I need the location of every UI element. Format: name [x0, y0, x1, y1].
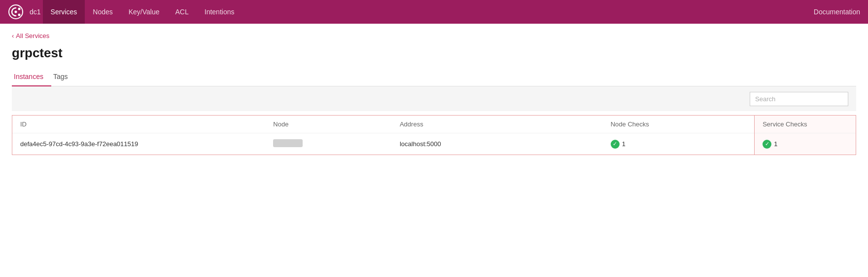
cell-node	[265, 133, 392, 155]
col-header-node: Node	[265, 116, 392, 133]
col-header-service-checks: Service Checks	[755, 116, 856, 133]
col-header-node-checks: Node Checks	[603, 116, 755, 133]
instances-table: ID Node Address Node Checks Service Chec…	[12, 115, 856, 155]
cell-node-checks: ✓ 1	[603, 133, 755, 155]
toolbar	[12, 86, 856, 111]
documentation-link[interactable]: Documentation	[814, 8, 860, 16]
table-row[interactable]: defa4ec5-97cd-4c93-9a3e-f72eea011519 loc…	[12, 133, 856, 155]
search-input[interactable]	[750, 92, 848, 106]
service-check-pass-icon: ✓	[763, 140, 771, 149]
consul-logo-icon	[8, 4, 24, 20]
datacenter-label[interactable]: dc1	[30, 8, 41, 16]
node-check-pass-icon: ✓	[611, 140, 620, 149]
table-header-row: ID Node Address Node Checks Service Chec…	[12, 116, 856, 133]
nav-item-acl[interactable]: ACL	[168, 0, 197, 24]
cell-address: localhost:5000	[392, 133, 603, 155]
svg-point-3	[15, 11, 17, 13]
tab-instances[interactable]: Instances	[12, 69, 51, 86]
cell-service-checks: ✓ 1	[755, 133, 856, 155]
page-title: grpctest	[12, 45, 856, 61]
back-link-label: All Services	[16, 32, 49, 40]
svg-point-2	[18, 14, 21, 16]
main-content: ‹ All Services grpctest Instances Tags I…	[0, 24, 868, 163]
nav-item-services[interactable]: Services	[43, 0, 85, 24]
service-checks-count: 1	[774, 140, 777, 148]
back-arrow-icon: ‹	[12, 32, 14, 40]
cell-id: defa4ec5-97cd-4c93-9a3e-f72eea011519	[12, 133, 265, 155]
nav-item-key-value[interactable]: Key/Value	[121, 0, 168, 24]
col-header-id: ID	[12, 116, 265, 133]
nav-items: Services Nodes Key/Value ACL Intentions	[43, 0, 814, 24]
tabs: Instances Tags	[12, 69, 856, 86]
node-checks-count: 1	[622, 140, 625, 148]
nav-bar: dc1 Services Nodes Key/Value ACL Intenti…	[0, 0, 868, 24]
col-header-address: Address	[392, 116, 603, 133]
back-link[interactable]: ‹ All Services	[12, 32, 49, 40]
nav-item-nodes[interactable]: Nodes	[85, 0, 120, 24]
svg-point-1	[18, 8, 21, 10]
nav-item-intentions[interactable]: Intentions	[197, 0, 243, 24]
tab-tags[interactable]: Tags	[51, 69, 76, 86]
